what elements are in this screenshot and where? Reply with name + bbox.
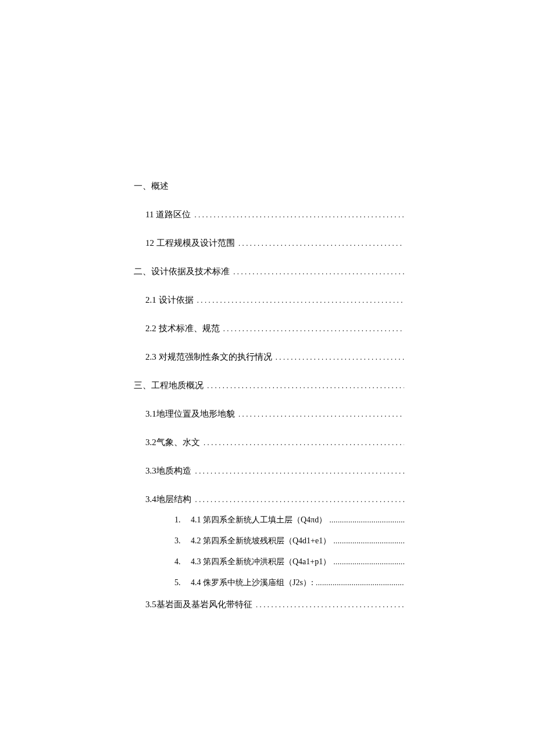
toc-subitem: 3. 4.2 第四系全新统坡残积层（Q4d1+e1） .............… — [174, 536, 404, 546]
toc-item-3-5-title: 基岩面及基岩风化带特征 — [156, 599, 252, 611]
toc-item-1-2-title: 12 工程规模及设计范围 — [145, 237, 235, 249]
toc-subitem-title: 4.4 侏罗系中统上沙溪庙组（J2s）: — [191, 578, 313, 588]
toc-leader: ........................................… — [327, 515, 404, 524]
toc-subitem-num: 4. — [174, 557, 191, 567]
toc-item-3-4: 3.4 地层结构 ...............................… — [134, 493, 404, 506]
toc-subitem: 5. 4.4 侏罗系中统上沙溪庙组（J2s）: ................… — [174, 578, 404, 588]
toc-section-3: 三、工程地质概况 ...............................… — [134, 379, 404, 392]
toc-leader: ........................................… — [252, 600, 404, 610]
toc-leader: ........................................… — [220, 324, 405, 334]
toc-subitem-num: 3. — [174, 536, 191, 546]
toc-item-2-2: 2.2 技术标准、规范 ............................… — [134, 323, 404, 335]
toc-item-3-1-title: 地理位置及地形地貌 — [156, 408, 235, 420]
toc-leader: ........................................… — [230, 267, 404, 277]
toc-item-3-2-num: 3.2 — [145, 436, 156, 449]
toc-subitem: 4. 4.3 第四系全新统冲洪积层（Q4a1+p1） .............… — [174, 557, 404, 567]
toc-item-3-3-title: 地质构造 — [156, 465, 191, 477]
toc-subitem-title: 4.1 第四系全新统人工填土层（Q4πd） — [191, 515, 327, 525]
toc-item-2-3-title: 2.3 对规范强制性条文的执行情况 — [145, 351, 272, 363]
toc-leader: ........................................… — [194, 295, 405, 306]
toc-leader: ........................................… — [331, 557, 404, 566]
toc-leader: ........................................… — [191, 495, 404, 505]
toc-item-3-5: 3.5 基岩面及基岩风化带特征 ........................… — [134, 599, 404, 611]
toc-item-2-1-title: 2.1 设计依据 — [145, 294, 194, 306]
toc-item-3-2: 3.2 气象、水文 ..............................… — [134, 436, 404, 449]
toc-item-3-2-title: 气象、水文 — [156, 436, 200, 449]
document-page: 一、概述 11 道路区位 ...........................… — [0, 0, 535, 756]
toc-leader: ........................................… — [331, 536, 404, 545]
toc-subitem-num: 5. — [174, 578, 191, 587]
toc-sublist-3-4: 1. 4.1 第四系全新统人工填土层（Q4πd） ...............… — [134, 515, 404, 588]
toc-leader: ........................................… — [235, 238, 404, 249]
toc-section-3-title: 三、工程地质概况 — [134, 379, 204, 392]
toc-section-1-title: 一、概述 — [134, 180, 169, 192]
toc-item-1-2: 12 工程规模及设计范围 ...........................… — [134, 237, 404, 249]
toc-item-3-1-num: 3.1 — [145, 408, 156, 420]
toc-item-3-1: 3.1 地理位置及地形地貌 ..........................… — [134, 408, 404, 420]
toc-leader: ........................................… — [204, 381, 404, 391]
toc-leader: ........................................… — [200, 438, 404, 448]
toc-item-3-5-num: 3.5 — [145, 599, 156, 611]
toc-section-2-title: 二、设计依据及技术标准 — [134, 266, 230, 278]
toc-item-2-1: 2.1 设计依据 ...............................… — [134, 294, 404, 306]
toc-subitem-num: 1. — [174, 515, 191, 525]
toc-section-1: 一、概述 — [134, 180, 404, 192]
toc-leader: ........................................… — [313, 578, 404, 587]
toc-item-2-3: 2.3 对规范强制性条文的执行情况 ......................… — [134, 351, 404, 363]
toc-item-1-1: 11 道路区位 ................................… — [134, 209, 404, 221]
toc-section-2: 二、设计依据及技术标准 ............................… — [134, 266, 404, 278]
toc-subitem-title: 4.3 第四系全新统冲洪积层（Q4a1+p1） — [191, 557, 331, 567]
toc-leader: ........................................… — [235, 409, 404, 420]
toc-item-3-4-num: 3.4 — [145, 493, 156, 506]
toc-item-2-2-title: 2.2 技术标准、规范 — [145, 323, 220, 335]
toc-subitem: 1. 4.1 第四系全新统人工填土层（Q4πd） ...............… — [174, 515, 404, 525]
toc-item-1-1-title: 11 道路区位 — [145, 209, 191, 221]
toc-item-3-4-title: 地层结构 — [156, 493, 191, 506]
toc-leader: ........................................… — [191, 466, 404, 476]
toc-item-3-3-num: 3.3 — [145, 465, 156, 477]
toc-leader: ........................................… — [191, 210, 404, 220]
toc-leader: ........................................… — [272, 352, 405, 363]
toc-subitem-title: 4.2 第四系全新统坡残积层（Q4d1+e1） — [191, 536, 331, 546]
toc-item-3-3: 3.3 地质构造 ...............................… — [134, 465, 404, 477]
